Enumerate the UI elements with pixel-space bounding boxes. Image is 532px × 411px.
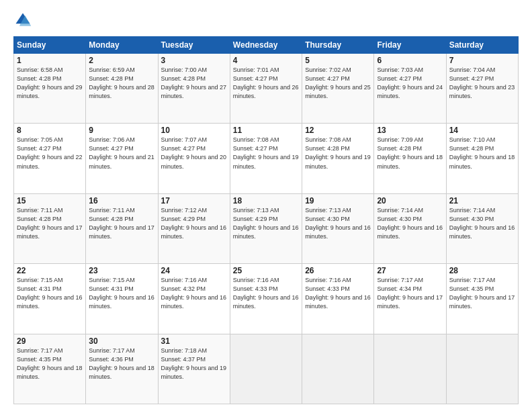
day-number: 26 (305, 266, 371, 275)
day-cell (374, 334, 446, 404)
day-cell: 10Sunrise: 7:07 AMSunset: 4:27 PMDayligh… (158, 124, 230, 193)
day-cell (446, 334, 518, 404)
day-info: Sunrise: 7:06 AMSunset: 4:27 PMDaylight:… (89, 136, 154, 169)
day-info: Sunrise: 7:05 AMSunset: 4:27 PMDaylight:… (17, 136, 83, 169)
day-cell: 5Sunrise: 7:02 AMSunset: 4:27 PMDaylight… (302, 54, 374, 124)
day-cell: 18Sunrise: 7:13 AMSunset: 4:29 PMDayligh… (230, 193, 302, 263)
day-info: Sunrise: 7:13 AMSunset: 4:30 PMDaylight:… (305, 207, 371, 240)
day-number: 17 (161, 196, 227, 205)
day-cell: 8Sunrise: 7:05 AMSunset: 4:27 PMDaylight… (14, 124, 86, 193)
day-number: 23 (89, 266, 154, 275)
day-info: Sunrise: 7:11 AMSunset: 4:28 PMDaylight:… (89, 207, 154, 240)
day-header-sunday: Sunday (14, 37, 86, 54)
day-info: Sunrise: 7:13 AMSunset: 4:29 PMDaylight:… (233, 207, 299, 240)
day-number: 24 (161, 266, 227, 275)
day-cell: 22Sunrise: 7:15 AMSunset: 4:31 PMDayligh… (14, 264, 86, 334)
day-number: 8 (17, 126, 83, 135)
day-number: 31 (161, 336, 227, 346)
day-number: 6 (377, 56, 443, 65)
day-cell: 15Sunrise: 7:11 AMSunset: 4:28 PMDayligh… (14, 193, 86, 263)
day-cell (230, 334, 302, 404)
day-number: 27 (377, 266, 443, 275)
day-info: Sunrise: 7:09 AMSunset: 4:28 PMDaylight:… (377, 136, 443, 169)
day-number: 1 (17, 56, 83, 65)
day-cell: 6Sunrise: 7:03 AMSunset: 4:27 PMDaylight… (374, 54, 446, 124)
header (13, 11, 519, 30)
day-cell: 1Sunrise: 6:58 AMSunset: 4:28 PMDaylight… (14, 54, 86, 124)
week-row-4: 22Sunrise: 7:15 AMSunset: 4:31 PMDayligh… (14, 264, 519, 334)
page: SundayMondayTuesdayWednesdayThursdayFrid… (0, 0, 532, 411)
day-info: Sunrise: 7:16 AMSunset: 4:33 PMDaylight:… (305, 277, 371, 310)
week-row-1: 1Sunrise: 6:58 AMSunset: 4:28 PMDaylight… (14, 54, 519, 124)
day-number: 10 (161, 126, 227, 135)
day-cell: 4Sunrise: 7:01 AMSunset: 4:27 PMDaylight… (230, 54, 302, 124)
day-info: Sunrise: 7:03 AMSunset: 4:27 PMDaylight:… (377, 66, 443, 99)
day-cell: 28Sunrise: 7:17 AMSunset: 4:35 PMDayligh… (446, 264, 518, 334)
day-cell: 16Sunrise: 7:11 AMSunset: 4:28 PMDayligh… (86, 193, 158, 263)
day-header-tuesday: Tuesday (158, 37, 230, 54)
day-info: Sunrise: 7:17 AMSunset: 4:34 PMDaylight:… (377, 277, 443, 310)
day-info: Sunrise: 7:16 AMSunset: 4:33 PMDaylight:… (233, 277, 299, 310)
day-info: Sunrise: 7:17 AMSunset: 4:35 PMDaylight:… (17, 347, 83, 380)
day-header-friday: Friday (374, 37, 446, 54)
day-number: 5 (305, 56, 371, 65)
day-info: Sunrise: 7:11 AMSunset: 4:28 PMDaylight:… (17, 207, 83, 240)
day-cell: 14Sunrise: 7:10 AMSunset: 4:28 PMDayligh… (446, 124, 518, 193)
logo (13, 11, 35, 30)
day-info: Sunrise: 7:00 AMSunset: 4:28 PMDaylight:… (161, 66, 227, 99)
day-cell: 11Sunrise: 7:08 AMSunset: 4:27 PMDayligh… (230, 124, 302, 193)
day-header-saturday: Saturday (446, 37, 518, 54)
day-cell: 7Sunrise: 7:04 AMSunset: 4:27 PMDaylight… (446, 54, 518, 124)
day-number: 25 (233, 266, 299, 275)
day-info: Sunrise: 7:10 AMSunset: 4:28 PMDaylight:… (449, 136, 515, 169)
day-cell: 2Sunrise: 6:59 AMSunset: 4:28 PMDaylight… (86, 54, 158, 124)
day-number: 9 (89, 126, 154, 135)
day-number: 4 (233, 56, 299, 65)
day-number: 19 (305, 196, 371, 205)
day-cell: 26Sunrise: 7:16 AMSunset: 4:33 PMDayligh… (302, 264, 374, 334)
day-number: 20 (377, 196, 443, 205)
day-info: Sunrise: 7:18 AMSunset: 4:37 PMDaylight:… (161, 347, 227, 380)
logo-icon (13, 11, 32, 30)
day-number: 7 (449, 56, 515, 65)
day-cell: 23Sunrise: 7:15 AMSunset: 4:31 PMDayligh… (86, 264, 158, 334)
day-cell: 31Sunrise: 7:18 AMSunset: 4:37 PMDayligh… (158, 334, 230, 404)
day-info: Sunrise: 7:08 AMSunset: 4:28 PMDaylight:… (305, 136, 371, 169)
day-number: 14 (449, 126, 515, 135)
day-cell: 24Sunrise: 7:16 AMSunset: 4:32 PMDayligh… (158, 264, 230, 334)
day-cell (302, 334, 374, 404)
day-cell: 29Sunrise: 7:17 AMSunset: 4:35 PMDayligh… (14, 334, 86, 404)
week-row-2: 8Sunrise: 7:05 AMSunset: 4:27 PMDaylight… (14, 124, 519, 193)
day-cell: 19Sunrise: 7:13 AMSunset: 4:30 PMDayligh… (302, 193, 374, 263)
day-info: Sunrise: 7:17 AMSunset: 4:35 PMDaylight:… (449, 277, 515, 310)
day-number: 28 (449, 266, 515, 275)
day-info: Sunrise: 7:01 AMSunset: 4:27 PMDaylight:… (233, 66, 299, 99)
day-cell: 3Sunrise: 7:00 AMSunset: 4:28 PMDaylight… (158, 54, 230, 124)
day-cell: 27Sunrise: 7:17 AMSunset: 4:34 PMDayligh… (374, 264, 446, 334)
calendar-table: SundayMondayTuesdayWednesdayThursdayFrid… (13, 36, 519, 404)
day-cell: 20Sunrise: 7:14 AMSunset: 4:30 PMDayligh… (374, 193, 446, 263)
day-header-monday: Monday (86, 37, 158, 54)
day-info: Sunrise: 7:14 AMSunset: 4:30 PMDaylight:… (449, 207, 515, 240)
day-cell: 13Sunrise: 7:09 AMSunset: 4:28 PMDayligh… (374, 124, 446, 193)
day-cell: 17Sunrise: 7:12 AMSunset: 4:29 PMDayligh… (158, 193, 230, 263)
day-header-wednesday: Wednesday (230, 37, 302, 54)
day-info: Sunrise: 7:12 AMSunset: 4:29 PMDaylight:… (161, 207, 227, 240)
week-row-3: 15Sunrise: 7:11 AMSunset: 4:28 PMDayligh… (14, 193, 519, 263)
day-number: 30 (89, 336, 154, 346)
day-info: Sunrise: 7:07 AMSunset: 4:27 PMDaylight:… (161, 136, 227, 169)
day-cell: 12Sunrise: 7:08 AMSunset: 4:28 PMDayligh… (302, 124, 374, 193)
day-cell: 21Sunrise: 7:14 AMSunset: 4:30 PMDayligh… (446, 193, 518, 263)
day-number: 12 (305, 126, 371, 135)
day-number: 11 (233, 126, 299, 135)
day-number: 29 (17, 336, 83, 346)
day-number: 13 (377, 126, 443, 135)
day-number: 15 (17, 196, 83, 205)
day-info: Sunrise: 7:14 AMSunset: 4:30 PMDaylight:… (377, 207, 443, 240)
day-number: 3 (161, 56, 227, 65)
calendar-header-row: SundayMondayTuesdayWednesdayThursdayFrid… (14, 37, 519, 54)
day-info: Sunrise: 7:17 AMSunset: 4:36 PMDaylight:… (89, 347, 154, 380)
day-info: Sunrise: 7:15 AMSunset: 4:31 PMDaylight:… (89, 277, 154, 310)
day-info: Sunrise: 6:59 AMSunset: 4:28 PMDaylight:… (89, 66, 154, 99)
day-number: 21 (449, 196, 515, 205)
